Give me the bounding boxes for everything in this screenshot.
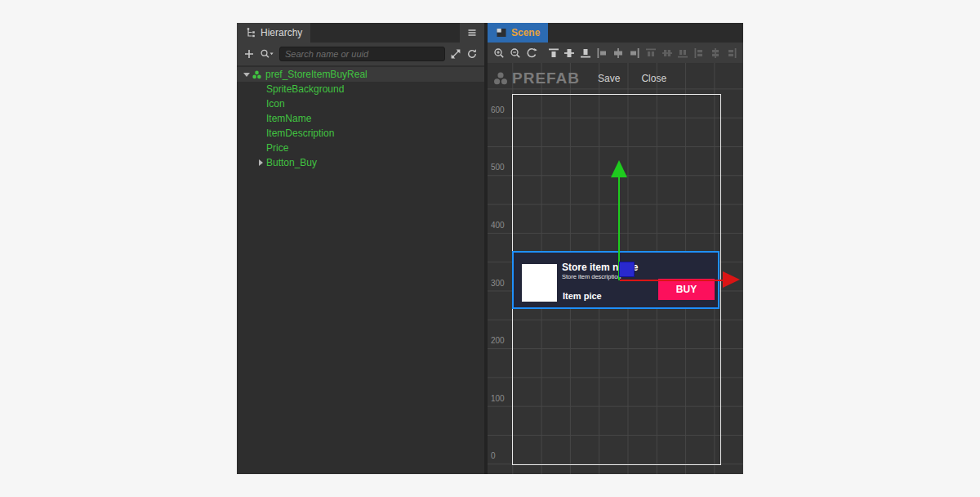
search-filter-button[interactable] bbox=[260, 48, 274, 60]
align-top-icon[interactable] bbox=[547, 47, 560, 60]
refresh-button[interactable] bbox=[466, 48, 478, 60]
prefab-icon bbox=[492, 70, 509, 87]
hierarchy-panel: Hierarchy pref_StoreItemBuyRealSpriteBac… bbox=[237, 23, 484, 474]
distribute-top-icon bbox=[644, 47, 657, 60]
editor-workspace: Hierarchy pref_StoreItemBuyRealSpriteBac… bbox=[237, 23, 743, 474]
buy-button[interactable]: BUY bbox=[658, 279, 715, 300]
align-hcenter-icon[interactable] bbox=[612, 47, 625, 60]
scene-tab-label: Scene bbox=[511, 27, 540, 38]
tabbar-spacer bbox=[310, 23, 460, 43]
prefab-icon bbox=[252, 69, 262, 80]
save-button[interactable]: Save bbox=[598, 73, 620, 84]
hierarchy-tab-label: Hierarchy bbox=[261, 27, 302, 38]
prefab-mode-label: PREFAB bbox=[512, 69, 580, 87]
align-bottom-icon[interactable] bbox=[579, 47, 592, 60]
reset-view-icon[interactable] bbox=[525, 47, 538, 60]
hierarchy-toolbar bbox=[237, 43, 484, 65]
distribute-vcenter-icon bbox=[661, 47, 674, 60]
gizmo-x-arrow-handle[interactable] bbox=[723, 271, 740, 288]
tabbar-spacer bbox=[548, 23, 743, 43]
search-input[interactable] bbox=[279, 47, 445, 61]
tree-item-label: Price bbox=[265, 142, 288, 154]
tree-item-ItemName[interactable]: ItemName bbox=[237, 111, 484, 126]
tree-item-Icon[interactable]: Icon bbox=[237, 96, 484, 111]
align-left-icon[interactable] bbox=[595, 47, 608, 60]
tree-item-label: ItemName bbox=[265, 113, 311, 124]
tree-item-label: ItemDescription bbox=[265, 128, 334, 139]
scene-tabbar: Scene bbox=[488, 23, 743, 43]
hierarchy-tabbar: Hierarchy bbox=[237, 23, 484, 43]
menu-icon bbox=[466, 27, 478, 38]
ruler-label: 500 bbox=[491, 163, 505, 172]
ruler-label: 200 bbox=[491, 336, 505, 346]
tab-scene[interactable]: Scene bbox=[488, 23, 548, 43]
hierarchy-icon bbox=[245, 27, 256, 38]
close-button[interactable]: Close bbox=[641, 73, 666, 84]
ruler-label: 400 bbox=[491, 221, 505, 231]
tree-item-label: Button_Buy bbox=[265, 157, 317, 168]
tab-hierarchy[interactable]: Hierarchy bbox=[237, 23, 310, 43]
distribute-hcenter-icon bbox=[709, 47, 722, 60]
tree-item-label: Icon bbox=[265, 98, 285, 110]
zoom-in-icon[interactable] bbox=[492, 47, 506, 60]
tree-item-SpriteBackground[interactable]: SpriteBackground bbox=[237, 82, 484, 96]
distribute-right-icon bbox=[725, 47, 738, 60]
panel-menu-button[interactable] bbox=[460, 23, 484, 43]
image-icon bbox=[496, 27, 507, 38]
hierarchy-tree[interactable]: pref_StoreItemBuyRealSpriteBackgroundIco… bbox=[237, 65, 484, 474]
ruler-label: 100 bbox=[491, 394, 505, 404]
align-right-icon[interactable] bbox=[628, 47, 641, 60]
scene-viewport[interactable]: PREFAB Save Close Store item name Store … bbox=[488, 63, 743, 474]
item-icon-sprite[interactable] bbox=[522, 264, 557, 302]
tree-item-ItemDescription[interactable]: ItemDescription bbox=[237, 126, 484, 141]
prefab-mode-overlay: PREFAB Save Close bbox=[492, 69, 666, 87]
distribute-bottom-icon bbox=[676, 47, 689, 60]
item-description-label[interactable]: Store item description bbox=[562, 273, 621, 280]
tree-item-label: SpriteBackground bbox=[265, 83, 344, 95]
scene-panel: Scene PREFAB Save Close Store item name … bbox=[488, 23, 743, 474]
distribute-left-icon bbox=[693, 47, 706, 60]
scene-toolbar bbox=[488, 43, 743, 63]
ruler-label: 0 bbox=[491, 451, 496, 461]
collapse-triangle-icon[interactable] bbox=[242, 73, 252, 77]
zoom-out-icon[interactable] bbox=[509, 47, 522, 60]
gizmo-x-axis bbox=[620, 280, 723, 281]
ruler-label: 600 bbox=[491, 105, 505, 115]
ruler-label: 300 bbox=[491, 279, 505, 289]
expand-triangle-icon[interactable] bbox=[256, 159, 265, 166]
tree-item-Button_Buy[interactable]: Button_Buy bbox=[237, 155, 484, 170]
tree-item-pref_StoreItemBuyReal[interactable]: pref_StoreItemBuyReal bbox=[237, 67, 484, 82]
create-node-button[interactable] bbox=[243, 48, 255, 60]
tree-item-label: pref_StoreItemBuyReal bbox=[265, 69, 368, 80]
item-price-label[interactable]: Item pice bbox=[563, 291, 602, 301]
align-vcenter-icon[interactable] bbox=[563, 47, 576, 60]
tree-item-Price[interactable]: Price bbox=[237, 141, 484, 155]
gizmo-y-arrow-handle[interactable] bbox=[611, 160, 627, 177]
gizmo-xy-handle[interactable] bbox=[619, 262, 635, 277]
collapse-all-button[interactable] bbox=[450, 48, 461, 60]
